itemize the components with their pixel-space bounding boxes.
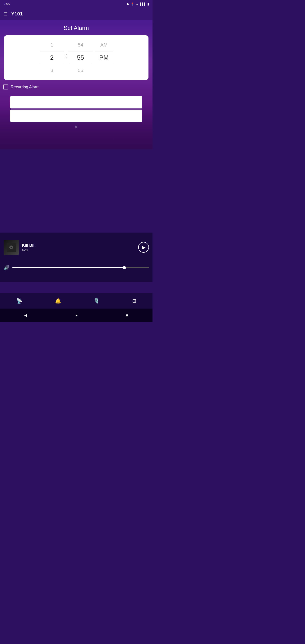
volume-icon: 🔊 [4, 265, 10, 270]
hour-below: 3 [50, 64, 53, 76]
top-bar: ☰ Y101 [0, 8, 152, 20]
hour-divider-bottom [40, 64, 64, 64]
alarm-nav-item[interactable]: 🔔 [55, 298, 61, 304]
bottom-nav: 📡 🔔 🎙️ ⊞ [0, 293, 152, 308]
drag-handle[interactable]: ≡ [75, 125, 78, 130]
minute-selected: 55 [77, 52, 84, 64]
recurring-alarm-checkbox[interactable] [3, 84, 8, 90]
status-bar: 2:55 ⏺ 📍 ▲ ▌▌▌ ▮ [0, 0, 152, 8]
play-button[interactable]: ▶ [138, 242, 149, 253]
set-alarm-title: Set Alarm [0, 24, 152, 32]
minute-divider-bottom [68, 64, 92, 64]
grid-icon: ⊞ [132, 298, 136, 304]
time-picker-inner: 1 2 3 : 54 55 56 AM PM [4, 38, 148, 78]
home-button[interactable]: ● [75, 313, 78, 318]
volume-bar-fill [12, 267, 124, 268]
wifi-icon: ▲ [136, 2, 138, 6]
record-icon: ⏺ [126, 2, 129, 6]
recurring-alarm-row[interactable]: Recurring Alarm [3, 84, 40, 90]
time-separator: : [65, 52, 67, 59]
radio-nav-item[interactable]: 📡 [16, 298, 22, 304]
hamburger-menu-icon[interactable]: ☰ [4, 11, 8, 16]
play-icon: ▶ [142, 245, 146, 250]
hour-column[interactable]: 1 2 3 [38, 39, 65, 76]
minute-below: 56 [78, 64, 83, 76]
volume-bar-container[interactable] [12, 267, 149, 268]
signal-icon: ▌▌▌ [140, 2, 146, 6]
alarm-panel-2[interactable] [10, 110, 142, 122]
recurring-alarm-label: Recurring Alarm [11, 85, 40, 90]
track-artist: Sza [22, 248, 138, 252]
hour-selected: 2 [50, 52, 54, 64]
svg-point-2 [10, 247, 12, 248]
hour-divider-top [40, 51, 64, 52]
ampm-above: AM [100, 39, 108, 51]
mic-icon: 🎙️ [94, 298, 100, 304]
track-info: Kill Bill Sza ▶ [0, 240, 152, 255]
mic-nav-item[interactable]: 🎙️ [94, 298, 100, 304]
location-icon: 📍 [130, 2, 134, 6]
app-title: Y101 [11, 11, 22, 17]
battery-icon: ▮ [147, 2, 149, 6]
track-text: Kill Bill Sza [22, 243, 138, 252]
grid-nav-item[interactable]: ⊞ [132, 298, 136, 304]
ampm-selected: PM [99, 52, 109, 64]
recents-button[interactable]: ■ [126, 313, 128, 318]
back-button[interactable]: ◀ [24, 313, 27, 318]
track-artwork [4, 240, 19, 255]
radio-icon: 📡 [16, 298, 22, 304]
track-name: Kill Bill [22, 243, 138, 248]
minute-column[interactable]: 54 55 56 [67, 39, 94, 76]
time-picker-container: 1 2 3 : 54 55 56 AM PM [4, 35, 148, 80]
alarm-icon: 🔔 [55, 298, 61, 304]
ampm-divider-top [95, 51, 113, 52]
ampm-column[interactable]: AM PM [94, 39, 114, 76]
minute-divider-top [68, 51, 92, 52]
alarm-panel-1[interactable] [10, 96, 142, 108]
hour-above: 1 [50, 39, 53, 51]
ampm-divider-bottom [95, 64, 113, 64]
status-time: 2:55 [4, 2, 10, 6]
volume-row: 🔊 [4, 265, 149, 270]
android-nav: ◀ ● ■ [0, 308, 152, 322]
minute-above: 54 [78, 39, 83, 51]
volume-dot [123, 266, 126, 269]
status-icons: ⏺ 📍 ▲ ▌▌▌ ▮ [126, 2, 149, 6]
